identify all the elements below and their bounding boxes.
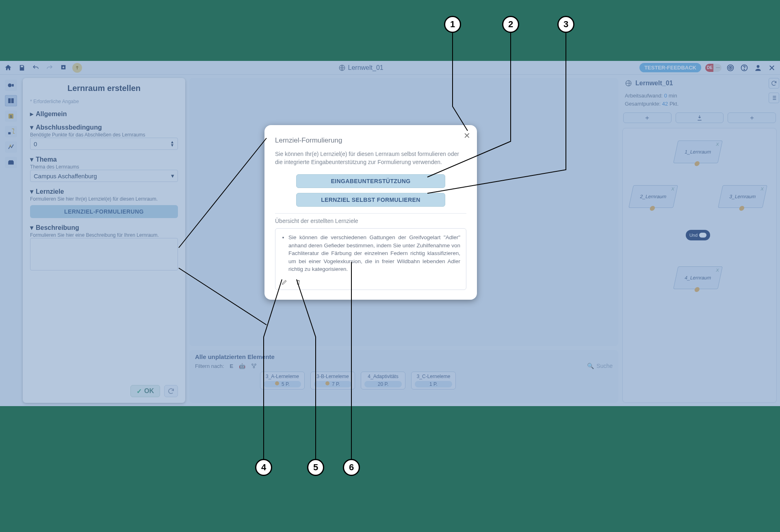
unplaced-chip[interactable]: 3_C-Lerneleme 1 P. <box>411 372 456 389</box>
assist-button[interactable]: EINGABEUNTERSTÜTZUNG <box>296 174 445 188</box>
svg-point-5 <box>744 69 745 70</box>
rail-elements-icon[interactable]: L <box>5 126 17 137</box>
filter-e[interactable]: E <box>230 363 234 369</box>
svg-text:S: S <box>10 115 12 119</box>
graph-add-button[interactable]: ＋ <box>623 112 672 123</box>
points-input[interactable]: 0 ▲▼ <box>30 138 178 150</box>
section-condition[interactable]: ▾ Abschlussbedingung <box>30 123 178 131</box>
search-icon: 🔍 <box>587 363 594 369</box>
rail-archive-icon[interactable] <box>5 157 17 168</box>
right-rail-refresh-icon[interactable] <box>769 78 779 89</box>
world-title: Lernwelt_01 <box>338 64 384 71</box>
required-note: * Erforderliche Angabe <box>30 99 178 104</box>
goal-example-text: Sie können die verschiedenen Gattungen d… <box>288 234 460 273</box>
graph-node[interactable]: 3_LernraumX <box>718 185 767 208</box>
unplaced-chips: 3_A-Lerneleme 5 P. 3-B-Lerneleme 7 P. 4_… <box>195 372 613 389</box>
left-rail: S L A <box>3 78 19 403</box>
svg-point-18 <box>253 367 255 368</box>
language-badge[interactable]: DE— <box>705 64 722 72</box>
help-icon[interactable] <box>739 63 749 73</box>
unplaced-chip[interactable]: 3-B-Lerneleme 7 P. <box>310 372 355 389</box>
callout-badge-5: 5 <box>307 459 324 476</box>
right-rail-list-icon[interactable] <box>769 93 779 103</box>
save-icon[interactable] <box>17 63 27 73</box>
rail-adaptivity-icon[interactable]: A <box>5 141 17 153</box>
svg-rect-10 <box>11 98 14 103</box>
callout-badge-3: 3 <box>557 16 574 33</box>
callout-badge-1: 1 <box>444 16 461 33</box>
graph-add2-button[interactable]: ＋ <box>728 112 776 123</box>
target-icon[interactable] <box>726 63 735 73</box>
svg-point-6 <box>757 65 760 68</box>
chevron-down-icon: ▾ <box>171 172 174 179</box>
goal-example-box: Sie können die verschiedenen Gattungen d… <box>275 228 466 290</box>
section-goals[interactable]: ▾ Lernziele <box>30 188 178 195</box>
section-description[interactable]: ▾ Beschreibung <box>30 224 178 231</box>
unplaced-heading: Alle unplatzierten Elemente <box>195 353 613 360</box>
undo-icon[interactable] <box>31 63 41 73</box>
unplaced-search[interactable]: 🔍 Suche <box>587 363 613 369</box>
svg-point-17 <box>255 364 256 365</box>
unplaced-chip[interactable]: 3_A-Lerneleme 5 P. <box>260 372 305 389</box>
svg-text:L: L <box>13 131 15 134</box>
filter-icon-branch[interactable] <box>251 363 257 369</box>
download-icon[interactable] <box>58 63 68 73</box>
trash-icon[interactable] <box>295 279 301 285</box>
svg-point-16 <box>252 364 254 365</box>
description-textarea[interactable] <box>30 238 178 270</box>
rail-room-icon[interactable] <box>5 95 17 106</box>
section-goals-sub: Formulieren Sie hier Ihr(e) Lernziel(e) … <box>30 196 178 202</box>
section-theme[interactable]: ▾ Thema <box>30 156 178 163</box>
redo-icon[interactable] <box>45 63 54 73</box>
modal-close-button[interactable]: ✕ <box>464 131 470 141</box>
modal-overview-title: Übersicht der erstellten Lernziele <box>275 218 466 224</box>
filter-icon-robot[interactable]: 🤖 <box>239 363 245 369</box>
chevron-down-icon: ▾ <box>30 188 33 195</box>
user-icon[interactable] <box>753 63 763 73</box>
graph-import-button[interactable] <box>676 112 724 123</box>
unplaced-chip[interactable]: 4_Adaptivitäts 20 P. <box>361 372 405 389</box>
chevron-down-icon: ▾ <box>30 156 33 163</box>
upload-icon[interactable] <box>72 63 82 73</box>
home-icon[interactable] <box>3 63 13 73</box>
goals-formulation-button[interactable]: LERNZIEL-FORMULIERUNG <box>30 205 178 218</box>
graph-node[interactable]: 2_LernraumX <box>628 185 678 208</box>
right-meta: Arbeitsaufwand: 0 min Gesamtpunkte: 42 P… <box>622 92 777 108</box>
topbar: Lernwelt_01 TESTER-FEEDBACK DE— <box>0 61 780 75</box>
svg-text:A: A <box>9 144 12 148</box>
modal-intro: Sie können Ihr(e) Lernziel(e) für diesen… <box>275 150 466 166</box>
tester-feedback-button[interactable]: TESTER-FEEDBACK <box>639 63 701 72</box>
graph-node[interactable]: 1_LernraumX <box>673 141 723 163</box>
graph-node[interactable]: 4_LernraumX <box>673 266 723 289</box>
svg-point-7 <box>8 84 12 87</box>
modal-title: Lernziel-Formulierung <box>275 136 466 145</box>
section-description-sub: Formulieren Sie hier eine Beschreibung f… <box>30 232 178 238</box>
right-title: Lernwelt_01 <box>622 78 777 89</box>
callout-badge-2: 2 <box>502 16 519 33</box>
chevron-down-icon: ▾ <box>30 123 33 131</box>
globe-icon <box>625 80 632 87</box>
chevron-right-icon: ▸ <box>30 110 33 118</box>
ok-button[interactable]: ✓ OK <box>130 385 160 397</box>
chevron-down-icon: ▾ <box>30 224 33 231</box>
world-title-text: Lernwelt_01 <box>348 64 384 71</box>
section-general[interactable]: ▸ Allgemein <box>30 110 178 118</box>
unplaced-panel: Alle unplatzierten Elemente Filtern nach… <box>189 350 618 403</box>
theme-select[interactable]: Campus Aschaffenburg ▾ <box>30 170 178 182</box>
svg-point-3 <box>730 67 731 68</box>
check-icon: ✓ <box>136 387 142 395</box>
close-icon[interactable] <box>767 63 777 73</box>
rail-story-icon[interactable]: S <box>5 110 17 122</box>
create-room-panel: Lernraum erstellen * Erforderliche Angab… <box>23 78 185 403</box>
filter-label: Filtern nach: <box>195 363 224 369</box>
self-formulate-button[interactable]: LERNZIEL SELBST FORMULIEREN <box>296 193 445 207</box>
section-theme-sub: Thema des Lernraums <box>30 164 178 170</box>
graph-canvas[interactable]: 1_LernraumX 2_LernraumX 3_LernraumX Und … <box>622 128 777 403</box>
refresh-button[interactable] <box>164 385 178 397</box>
svg-rect-13 <box>8 132 11 134</box>
graph-hub[interactable]: Und <box>686 230 710 240</box>
svg-rect-8 <box>12 84 14 87</box>
goal-modal: ✕ Lernziel-Formulierung Sie können Ihr(e… <box>264 125 477 300</box>
edit-icon[interactable] <box>281 279 288 285</box>
rail-world-icon[interactable] <box>5 80 17 91</box>
